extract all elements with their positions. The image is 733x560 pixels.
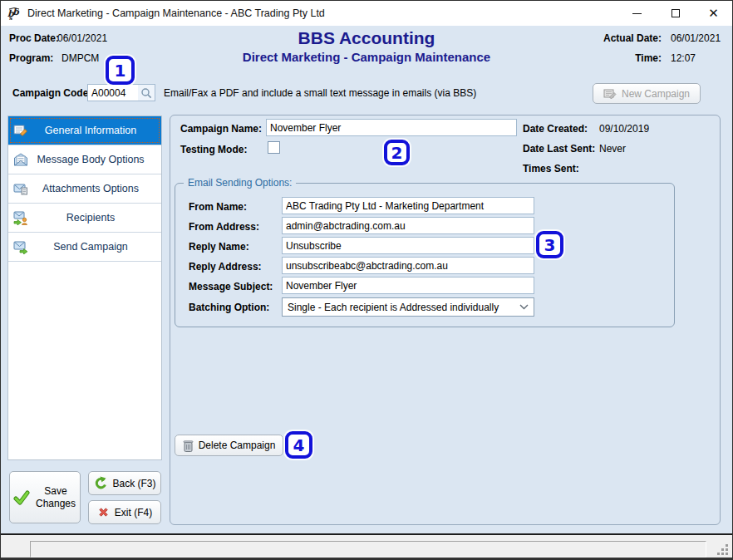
status-bar (1, 535, 732, 559)
save-changes-label: Save Changes (35, 485, 76, 510)
message-subject-input[interactable] (282, 277, 534, 294)
exit-label: Exit (F4) (115, 507, 152, 518)
date-last-sent-label: Date Last Sent: (523, 143, 595, 155)
new-campaign-button[interactable]: New Campaign (593, 83, 701, 104)
search-icon (140, 87, 152, 99)
window-title: Direct Marketing - Campaign Maintenance … (27, 1, 325, 26)
bbs-logo-icon: b b s (7, 7, 22, 21)
from-address-input[interactable] (282, 217, 534, 234)
back-label: Back (F3) (112, 478, 155, 489)
close-icon: ✕ (708, 7, 719, 20)
date-created-value: 09/10/2019 (599, 123, 649, 135)
sidebar-item-message-body-options[interactable]: Message Body Options (8, 145, 161, 174)
titlebar: b b s Direct Marketing - Campaign Mainte… (1, 1, 732, 26)
send-campaign-icon (13, 239, 28, 254)
status-panel (30, 541, 706, 558)
actual-date-value: 06/01/2021 (671, 32, 721, 44)
from-address-label: From Address: (189, 221, 259, 233)
testing-mode-label: Testing Mode: (180, 144, 247, 155)
attachments-icon (13, 181, 28, 196)
exit-button[interactable]: Exit (F4) (88, 500, 161, 524)
message-subject-label: Message Subject: (189, 281, 273, 292)
new-campaign-label: New Campaign (622, 88, 690, 100)
sidebar-item-general-information[interactable]: General Information (8, 116, 161, 145)
campaign-name-input[interactable] (266, 119, 517, 136)
reply-address-label: Reply Address: (189, 261, 262, 273)
close-button[interactable]: ✕ (695, 1, 732, 26)
general-info-icon (13, 123, 28, 138)
check-icon (13, 489, 30, 506)
main-panel: Campaign Name: Testing Mode: Date Create… (170, 115, 721, 525)
campaign-code-input[interactable] (87, 84, 139, 101)
testing-mode-checkbox[interactable] (268, 141, 280, 154)
date-created-label: Date Created: (523, 123, 588, 135)
sidebar-item-send-campaign[interactable]: Send Campaign (8, 233, 161, 262)
sidebar-item-label: Attachments Options (8, 183, 161, 194)
save-changes-button[interactable]: Save Changes (9, 471, 81, 523)
date-last-sent-value: Never (599, 143, 626, 155)
campaign-name-label: Campaign Name: (180, 123, 262, 135)
maximize-button[interactable] (657, 1, 694, 26)
sidebar-nav: General Information Message Body Options… (7, 115, 162, 460)
sidebar-item-label: Message Body Options (8, 154, 161, 165)
chevron-down-icon (519, 304, 529, 310)
app-window: b b s Direct Marketing - Campaign Mainte… (0, 0, 733, 560)
batching-option-select[interactable]: Single - Each recipient is Addressed ind… (282, 297, 534, 317)
actual-date-label: Actual Date: (603, 32, 662, 44)
new-campaign-icon (603, 87, 617, 101)
delete-campaign-label: Delete Campaign (199, 440, 276, 451)
sidebar-item-attachments-options[interactable]: Attachments Options (8, 174, 161, 204)
screen-title: Direct Marketing - Campaign Maintenance (1, 50, 732, 64)
trash-icon (183, 440, 194, 452)
from-name-label: From Name: (189, 201, 247, 213)
email-sending-options-title: Email Sending Options: (184, 177, 296, 189)
minimize-button[interactable] (618, 1, 656, 26)
from-name-input[interactable] (282, 197, 534, 214)
red-x-icon (97, 506, 110, 518)
sidebar-item-recipients[interactable]: Recipients (8, 204, 161, 233)
time-label: Time: (635, 52, 662, 64)
time-value: 12:07 (671, 52, 696, 64)
message-body-icon (13, 152, 28, 167)
sidebar-item-label: Recipients (8, 212, 161, 224)
sidebar-item-label: General Information (8, 125, 161, 136)
sidebar-item-label: Send Campaign (8, 241, 161, 253)
batching-option-label: Batching Option: (189, 302, 269, 313)
svg-text:s: s (9, 14, 12, 21)
batching-option-value: Single - Each recipient is Addressed ind… (288, 302, 499, 313)
reply-name-input[interactable] (282, 237, 534, 254)
email-sending-options-group: Email Sending Options: From Name: From A… (175, 183, 675, 327)
maximize-icon (672, 9, 680, 17)
campaign-code-label: Campaign Code: (12, 87, 91, 99)
delete-campaign-button[interactable]: Delete Campaign (175, 435, 283, 456)
back-arrow-icon (93, 476, 107, 490)
recipients-icon (13, 210, 28, 225)
times-sent-label: Times Sent: (523, 163, 579, 174)
screen-edge-strip (1, 558, 732, 559)
resize-grip-icon[interactable] (716, 543, 730, 557)
back-button[interactable]: Back (F3) (88, 471, 161, 495)
reply-name-label: Reply Name: (189, 241, 249, 253)
reply-address-input[interactable] (282, 257, 534, 274)
minimize-icon (632, 13, 642, 14)
campaign-description: Email/Fax a PDF and include a small text… (164, 87, 476, 99)
campaign-code-lookup-button[interactable] (138, 84, 155, 101)
